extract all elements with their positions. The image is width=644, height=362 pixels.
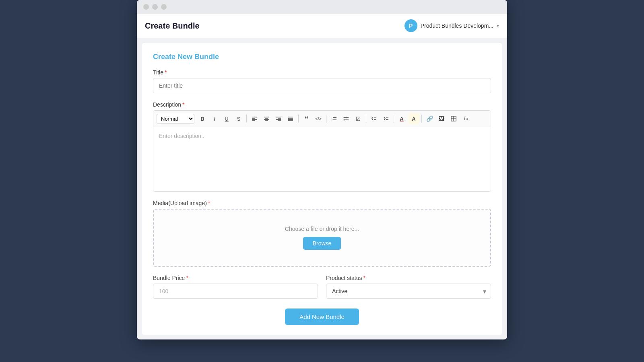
upload-zone[interactable]: Choose a file or drop it here... Browse — [153, 209, 491, 267]
bold-button[interactable]: B — [197, 113, 208, 124]
link-button[interactable]: 🔗 — [424, 113, 435, 124]
toolbar-divider-6 — [421, 115, 422, 123]
traffic-light-minimize[interactable] — [152, 4, 158, 10]
status-select-wrapper: Active Inactive Draft ▾ — [326, 284, 491, 299]
workspace-name: Product Bundles Developm... — [421, 23, 493, 29]
table-button[interactable] — [448, 113, 459, 124]
media-required: * — [208, 200, 210, 206]
toolbar-divider-1 — [246, 115, 247, 123]
toolbar-divider-2 — [298, 115, 299, 123]
media-label: Media(Upload image) * — [153, 200, 491, 206]
title-required: * — [165, 69, 167, 76]
bundle-price-input[interactable] — [153, 284, 318, 299]
align-right-button[interactable] — [273, 113, 284, 124]
add-bundle-button[interactable]: Add New Bundle — [285, 309, 359, 325]
form-section-title: Create New Bundle — [153, 53, 491, 61]
description-field-group: Description * Normal Heading 1 Heading 2… — [153, 101, 491, 192]
page-header: Create Bundle P Product Bundles Developm… — [137, 14, 507, 38]
description-label: Description * — [153, 101, 491, 108]
media-field-group: Media(Upload image) * Choose a file or d… — [153, 200, 491, 267]
svg-text:2.: 2. — [331, 118, 333, 121]
code-button[interactable]: </> — [313, 113, 324, 124]
title-label: Title * — [153, 69, 491, 76]
product-status-select[interactable]: Active Inactive Draft — [326, 284, 491, 299]
clear-format-button[interactable]: Tx — [460, 113, 471, 124]
image-button[interactable]: 🖼 — [436, 113, 447, 124]
submit-row: Add New Bundle — [153, 309, 491, 325]
svg-point-21 — [344, 119, 345, 121]
editor-toolbar: Normal Heading 1 Heading 2 Heading 3 B I… — [153, 111, 491, 127]
align-left-button[interactable] — [249, 113, 260, 124]
indent-increase-button[interactable] — [380, 113, 392, 124]
traffic-light-close[interactable] — [143, 4, 149, 10]
title-bar — [137, 0, 507, 14]
ordered-list-button[interactable]: 1.2. — [328, 113, 340, 124]
svg-point-20 — [344, 117, 345, 118]
bundle-price-label: Bundle Price * — [153, 275, 318, 281]
browse-button[interactable]: Browse — [303, 237, 341, 250]
status-required: * — [363, 275, 365, 281]
align-center-button[interactable] — [261, 113, 272, 124]
upload-text: Choose a file or drop it here... — [162, 226, 482, 232]
toolbar-divider-3 — [326, 115, 326, 123]
underline-button[interactable]: U — [221, 113, 232, 124]
toolbar-divider-5 — [394, 115, 394, 123]
unordered-list-button[interactable] — [341, 113, 352, 124]
strikethrough-button[interactable]: S — [233, 113, 244, 124]
highlight-button[interactable]: A — [408, 113, 419, 124]
italic-button[interactable]: I — [209, 113, 220, 124]
font-color-button[interactable]: A — [396, 113, 407, 124]
app-window: Create Bundle P Product Bundles Developm… — [137, 0, 507, 339]
toolbar-divider-4 — [366, 115, 366, 123]
description-placeholder: Enter description.. — [159, 133, 204, 139]
description-required: * — [182, 101, 184, 108]
form-container: Create New Bundle Title * Description * … — [142, 43, 502, 335]
price-required: * — [186, 275, 188, 281]
indent-decrease-button[interactable] — [368, 113, 380, 124]
description-editor: Normal Heading 1 Heading 2 Heading 3 B I… — [153, 110, 491, 192]
workspace-selector[interactable]: P Product Bundles Developm... ▾ — [405, 19, 499, 32]
description-input[interactable]: Enter description.. — [153, 127, 491, 191]
workspace-avatar: P — [405, 19, 417, 32]
title-input[interactable] — [153, 78, 491, 93]
chevron-down-icon: ▾ — [497, 23, 499, 29]
checklist-button[interactable]: ☑ — [353, 113, 364, 124]
page-title: Create Bundle — [145, 21, 200, 31]
text-style-select[interactable]: Normal Heading 1 Heading 2 Heading 3 — [157, 114, 194, 124]
price-status-row: Bundle Price * Product status * Active I… — [153, 275, 491, 299]
product-status-label: Product status * — [326, 275, 491, 281]
traffic-light-maximize[interactable] — [161, 4, 167, 10]
bundle-price-field-group: Bundle Price * — [153, 275, 318, 299]
product-status-field-group: Product status * Active Inactive Draft ▾ — [326, 275, 491, 299]
align-justify-button[interactable] — [285, 113, 296, 124]
title-field-group: Title * — [153, 69, 491, 93]
blockquote-button[interactable]: ❝ — [301, 113, 312, 124]
